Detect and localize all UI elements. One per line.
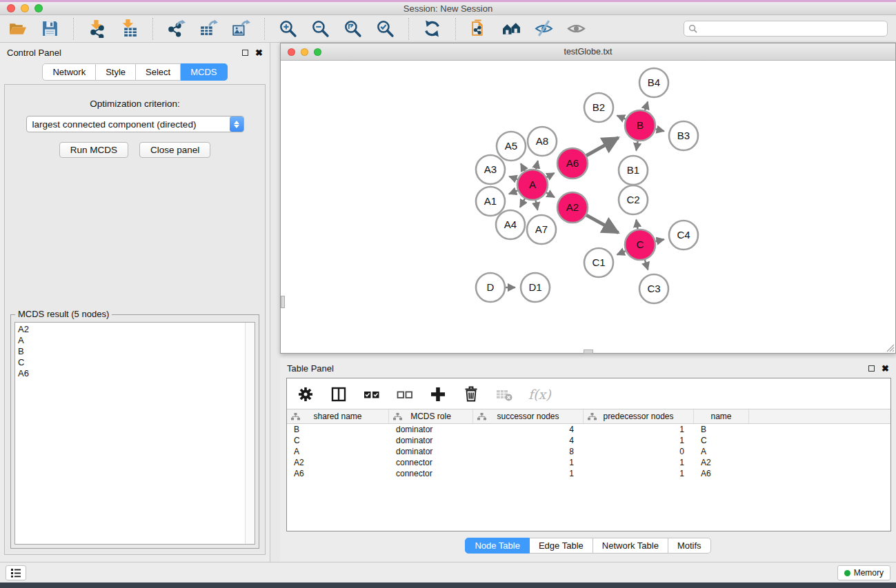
graph-edge[interactable] (520, 199, 525, 207)
import-network-icon[interactable] (88, 19, 106, 38)
column-header-mcds-role[interactable]: MCDS role (389, 409, 473, 423)
tab-node-table[interactable]: Node Table (465, 538, 530, 554)
network-canvas[interactable]: B4B2BB3A8A5A6A3B1AC2A1A2A4A7C4CC1C3DD1 (281, 61, 895, 353)
houses-icon[interactable] (502, 19, 521, 38)
tab-motifs[interactable]: Motifs (668, 538, 711, 554)
memory-button[interactable]: Memory (837, 565, 890, 580)
table-row[interactable]: A2connector11A2 (287, 457, 890, 468)
close-panel-icon[interactable]: ✖ (255, 48, 263, 57)
select-all-checkboxes-icon[interactable] (363, 385, 381, 403)
column-header-predecessor-nodes[interactable]: predecessor nodes (584, 409, 694, 423)
add-column-icon[interactable] (429, 385, 447, 403)
import-table-icon[interactable] (120, 19, 139, 38)
zoom-selected-icon[interactable] (376, 19, 395, 38)
status-bar: Memory (0, 562, 896, 582)
graph-node-label: C3 (647, 283, 660, 294)
graph-edge[interactable] (536, 201, 538, 210)
mcds-result-groupbox: MCDS result (5 nodes) A2ABCA6 (10, 314, 259, 549)
table-cell: dominator (389, 446, 473, 457)
hide-eye-icon[interactable] (535, 19, 553, 38)
close-table-panel-icon[interactable]: ✖ (882, 364, 889, 373)
resize-grip-icon[interactable] (885, 343, 895, 352)
graph-edge[interactable] (655, 239, 664, 241)
result-list-item[interactable]: C (18, 357, 245, 368)
toolbar-separator (408, 18, 409, 40)
graph-edge[interactable] (586, 215, 618, 233)
zoom-in-icon[interactable] (279, 19, 297, 38)
control-panel-header: Control Panel ✖ (0, 43, 270, 62)
table-row[interactable]: A6connector11A6 (287, 468, 890, 479)
toolbar-separator (152, 18, 153, 40)
task-history-button[interactable] (6, 565, 26, 580)
table-cell: A6 (694, 468, 749, 479)
mcds-result-title: MCDS result (5 nodes) (15, 309, 112, 319)
run-mcds-button[interactable]: Run MCDS (59, 142, 128, 158)
network-graph[interactable]: B4B2BB3A8A5A6A3B1AC2A1A2A4A7C4CC1C3DD1 (281, 61, 895, 353)
result-list-scrollbar[interactable] (245, 323, 255, 544)
graph-edge[interactable] (536, 161, 538, 169)
graph-edge[interactable] (645, 260, 648, 270)
table-cell: A (694, 446, 749, 457)
splitter-handle-left[interactable] (281, 296, 285, 308)
table-row[interactable]: Adominator80A (287, 446, 890, 457)
graph-node-label: A7 (535, 223, 548, 235)
tab-mcds[interactable]: MCDS (181, 63, 227, 81)
graph-edge[interactable] (586, 138, 619, 156)
graph-edge[interactable] (636, 141, 637, 151)
tab-style[interactable]: Style (96, 63, 136, 81)
column-header-name[interactable]: name (694, 409, 749, 423)
zoom-fit-icon[interactable] (344, 19, 362, 38)
deselect-all-checkboxes-icon[interactable] (396, 385, 414, 403)
graph-edge[interactable] (546, 173, 554, 177)
tab-network[interactable]: Network (42, 63, 96, 81)
graph-edge[interactable] (509, 190, 518, 194)
graph-edge[interactable] (636, 220, 637, 230)
table-panel-title: Table Panel (287, 363, 334, 374)
export-network-icon[interactable] (167, 19, 186, 38)
graph-edge[interactable] (546, 192, 555, 197)
export-table-icon[interactable] (199, 19, 218, 38)
split-column-icon[interactable] (330, 385, 348, 403)
tab-network-table[interactable]: Network Table (593, 538, 668, 554)
refresh-layout-icon[interactable] (423, 19, 441, 38)
column-header-shared-name[interactable]: shared name (287, 409, 389, 423)
result-list-item[interactable]: B (18, 346, 245, 357)
desktop-background-bottom (0, 582, 896, 588)
graph-edge[interactable] (645, 102, 648, 111)
close-panel-button[interactable]: Close panel (139, 142, 210, 158)
table-cell: dominator (389, 435, 473, 446)
new-network-from-selection-icon[interactable] (470, 19, 488, 38)
main-titlebar: Session: New Session (0, 2, 896, 15)
optimization-criterion-select[interactable]: largest connected component (directed) (26, 116, 244, 132)
table-row[interactable]: Bdominator41B (287, 424, 890, 435)
graph-edge[interactable] (617, 251, 626, 254)
float-table-panel-icon[interactable] (868, 365, 875, 372)
result-list-item[interactable]: A (18, 335, 245, 346)
table-row[interactable]: Cdominator41C (287, 435, 890, 446)
graph-edge[interactable] (509, 176, 517, 179)
graph-edge[interactable] (617, 116, 626, 119)
network-column-icon (477, 413, 486, 420)
table-cell: 1 (584, 424, 694, 435)
table-cell: 4 (473, 424, 584, 435)
result-list-item[interactable]: A2 (18, 324, 245, 335)
gear-icon[interactable] (297, 385, 315, 403)
column-header-successor-nodes[interactable]: successor nodes (473, 409, 584, 423)
optimization-criterion-label: Optimization criterion: (5, 99, 265, 109)
zoom-out-icon[interactable] (311, 19, 330, 38)
search-input[interactable] (700, 24, 883, 34)
tab-select[interactable]: Select (136, 63, 181, 81)
graph-edge[interactable] (521, 163, 525, 171)
result-list-item[interactable]: A6 (18, 368, 245, 379)
export-image-icon[interactable] (232, 19, 250, 38)
splitter-handle-bottom[interactable] (584, 349, 593, 354)
tab-edge-table[interactable]: Edge Table (530, 538, 593, 554)
graph-edge[interactable] (655, 129, 664, 131)
eye-icon[interactable] (567, 19, 586, 38)
open-session-icon[interactable] (8, 19, 27, 38)
search-field[interactable] (684, 21, 888, 37)
save-session-icon[interactable] (41, 19, 59, 38)
float-panel-icon[interactable] (242, 50, 248, 56)
network-window-titlebar[interactable]: testGlobe.txt (281, 43, 895, 61)
trash-icon[interactable] (462, 385, 480, 403)
